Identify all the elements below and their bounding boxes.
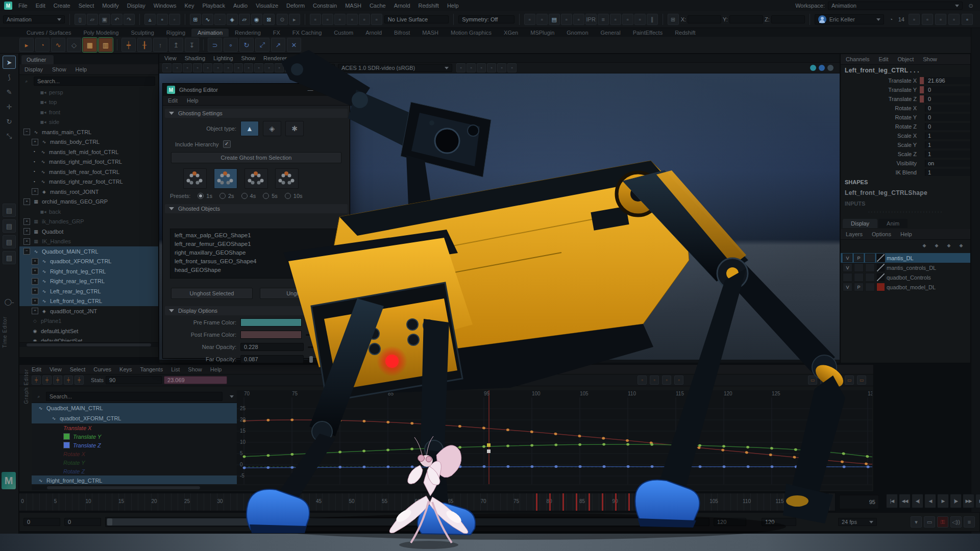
menu-set-dropdown[interactable]: Animation	[3, 15, 65, 23]
ghosted-object-item[interactable]: left_rear_femur_GEOShape1	[175, 240, 338, 248]
snap-to-view-plane-icon[interactable]: ▱	[239, 14, 250, 25]
axis-entry-icon[interactable]: ⊞	[668, 14, 679, 25]
layer-menu-options[interactable]: Options	[872, 231, 891, 237]
graph-tree-item[interactable]: Rotate Y	[32, 458, 237, 467]
expand-toggle-icon[interactable]: •	[32, 159, 37, 165]
gate-mask-icon[interactable]: ▫	[264, 63, 274, 72]
layer-visibility-toggle[interactable]	[843, 273, 852, 282]
region-select-tool-icon[interactable]: ┿	[64, 375, 73, 385]
outliner-item[interactable]: •∿mantis_right_mid_foot_CTRL	[19, 157, 158, 167]
post-frame-color-slider[interactable]	[306, 331, 342, 338]
filter-icon[interactable]: ⌕	[35, 392, 43, 400]
channel-row[interactable]: Translate Z0	[841, 94, 970, 104]
shelf-tab-general[interactable]: General	[595, 29, 627, 37]
near-opacity-slider[interactable]	[308, 343, 342, 350]
set-breakdown-icon[interactable]: ╂	[137, 38, 152, 52]
display-options-header[interactable]: Display Options	[165, 306, 348, 315]
layer-extra-toggle[interactable]	[865, 273, 875, 282]
ghost-selected-icon[interactable]: ▦	[83, 38, 97, 52]
toon-outline-icon[interactable]: ▫	[610, 14, 621, 25]
play-backward-button[interactable]: ◀	[924, 494, 936, 508]
layout-four-pane-icon[interactable]: ▤	[3, 219, 16, 233]
exposure-field[interactable]: 1.00	[305, 64, 335, 72]
outliner-item[interactable]: ◼◂top	[19, 97, 158, 108]
shelf-tab-curves-surfaces[interactable]: Curves / Surfaces	[20, 29, 77, 37]
pre-frame-color-slider[interactable]	[306, 319, 342, 326]
outliner-item[interactable]: +▦orchid_mantis_GEO_GRP	[19, 197, 158, 207]
move-key-up-icon[interactable]: ↑	[153, 38, 167, 52]
viewport-menu-shading[interactable]: Shading	[185, 55, 205, 61]
viewcube-toggle-icon[interactable]: ▫	[909, 14, 920, 25]
shelf-tab-gnomon[interactable]: Gnomon	[560, 29, 594, 37]
shelf-tab-bifrost[interactable]: Bifrost	[388, 29, 416, 37]
menu-modify[interactable]: Modify	[102, 3, 118, 9]
normalize-view-icon[interactable]: ▫	[674, 375, 683, 385]
channel-checkbox[interactable]	[63, 442, 70, 448]
viewport-bookmark-dot-2[interactable]	[819, 65, 825, 71]
move-tool-icon[interactable]: ✛	[3, 101, 15, 113]
resolution-gate-icon[interactable]: ▫	[254, 63, 263, 72]
channel-value[interactable]: 0	[925, 105, 970, 112]
radio-icon[interactable]	[198, 193, 204, 199]
retime-tool-icon[interactable]: ┿	[75, 375, 84, 385]
layer-visibility-toggle[interactable]: V	[843, 263, 852, 272]
ghosting-menu-edit[interactable]: Edit	[168, 97, 178, 104]
clock-icon[interactable]: ◔	[886, 14, 896, 24]
lock-selection-icon[interactable]: ⊙	[277, 14, 288, 25]
ghost-frames-custom-button[interactable]	[275, 168, 299, 189]
channel-row[interactable]: Translate X21.696	[841, 76, 970, 85]
outliner-item[interactable]: +∿Left_front_leg_CTRL	[19, 296, 158, 307]
insert-keys-icon[interactable]: ┿	[42, 375, 52, 385]
layer-row[interactable]: VPmantis_DL	[841, 253, 970, 263]
motion-trail-icon[interactable]: ∿	[51, 38, 65, 52]
orient-constraint-icon[interactable]: ↻	[239, 38, 254, 52]
expand-toggle-icon[interactable]: +	[32, 308, 38, 314]
include-hierarchy-checkbox[interactable]: ✓	[223, 140, 231, 148]
outliner-menu-show[interactable]: Show	[52, 66, 66, 72]
graph-tree-item[interactable]: ∿quadbot_XFORM_CTRL	[32, 413, 237, 423]
graph-menu-curves[interactable]: Curves	[93, 366, 111, 372]
viewport-bookmark-dot-1[interactable]	[810, 65, 816, 71]
channel-object-name[interactable]: Left_front_leg_CTRL . . .	[841, 65, 970, 76]
ghosted-object-item[interactable]: left_front_tarsus_GEO_Shape4	[175, 257, 338, 266]
outliner-item[interactable]: +◈quadBot_root_JNT	[19, 306, 158, 316]
select-by-component-icon[interactable]: ◦	[169, 14, 180, 25]
near-opacity-field[interactable]: 0.228	[240, 343, 304, 351]
field-chart-icon[interactable]: ▫	[275, 63, 284, 72]
live-surface-field[interactable]: No Live Surface	[384, 15, 449, 23]
ghost-type-geometry-button[interactable]: ▲	[240, 121, 259, 136]
shelf-tab-poly-modeling[interactable]: Poly Modeling	[77, 29, 125, 37]
outliner-menu-display[interactable]: Display	[24, 66, 43, 72]
playback-start-field[interactable]: 0	[64, 518, 101, 526]
layer-playback-toggle[interactable]: P	[854, 283, 864, 291]
aim-constraint-icon[interactable]: ↗	[271, 38, 285, 52]
curve-filter-icon[interactable]: ▫	[662, 375, 671, 385]
time-editor-toggle-icon[interactable]: ▤	[549, 14, 560, 25]
menu-windows[interactable]: Windows	[154, 3, 177, 9]
lasso-tool-icon[interactable]: ⟆	[3, 71, 15, 83]
ghosting-settings-header[interactable]: Ghosting Settings	[165, 109, 348, 118]
channel-menu-object[interactable]: Object	[897, 56, 914, 62]
viewport-menu-renderer[interactable]: Renderer	[263, 55, 287, 61]
lock-camera-icon[interactable]: ▫	[173, 63, 182, 72]
stats-field-2[interactable]: 23.069	[164, 376, 227, 384]
layer-extra-toggle[interactable]	[865, 263, 875, 272]
radio-icon[interactable]	[285, 193, 291, 199]
ghosted-object-item[interactable]: right_maxillary_GEOShape	[175, 248, 338, 257]
current-frame-field[interactable]: 95	[839, 495, 879, 509]
channel-value[interactable]: 1	[925, 141, 970, 148]
channel-row[interactable]: Visibilityon	[841, 159, 970, 168]
channel-value[interactable]: 0	[925, 86, 970, 93]
channel-menu-show[interactable]: Show	[923, 56, 937, 62]
channel-value[interactable]: on	[925, 160, 970, 167]
channel-row[interactable]: Scale Z1	[841, 149, 970, 159]
outliner-item[interactable]: +▦ik_handles_GRP	[19, 217, 158, 227]
expand-toggle-icon[interactable]: +	[32, 188, 38, 195]
outliner-tab[interactable]: Outliner	[21, 55, 54, 64]
outliner-item[interactable]: ◼◂front	[19, 107, 158, 117]
ghosted-object-item[interactable]: left_max_palp_GEO_Shape1	[175, 231, 338, 240]
move-layer-up-icon[interactable]: ◆	[920, 241, 928, 249]
maya-home-icon[interactable]: M	[4, 2, 12, 10]
fps-dropdown[interactable]: 24 fps	[838, 518, 877, 526]
auto-keyframe-icon[interactable]: ⚿	[937, 516, 948, 528]
